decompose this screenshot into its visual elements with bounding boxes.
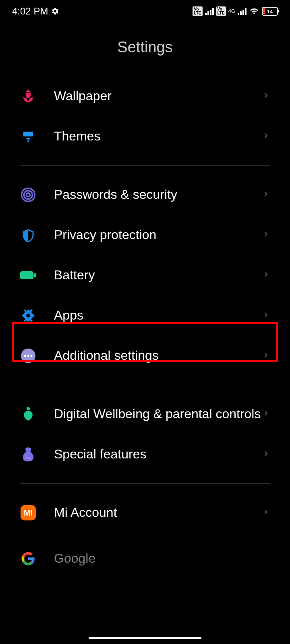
item-label: Google	[54, 550, 270, 567]
svg-point-6	[24, 355, 26, 357]
battery-icon: 14	[262, 7, 278, 16]
settings-item-apps[interactable]: Apps	[0, 295, 290, 336]
wifi-icon	[249, 7, 259, 16]
settings-item-wallpaper[interactable]: Wallpaper	[0, 76, 290, 116]
settings-item-special-features[interactable]: Special features	[0, 434, 290, 475]
chevron-right-icon	[262, 190, 270, 200]
network-type-label: 4G	[228, 8, 235, 14]
settings-item-battery[interactable]: Battery	[0, 255, 290, 295]
settings-item-passwords-security[interactable]: Passwords & security	[0, 175, 290, 215]
item-label: Digital Wellbeing & parental controls	[54, 406, 262, 423]
chevron-right-icon	[262, 450, 270, 459]
chevron-right-icon	[262, 508, 270, 518]
item-label: Additional settings	[54, 347, 262, 364]
chevron-right-icon	[262, 270, 270, 280]
wellbeing-icon	[20, 406, 36, 422]
settings-item-privacy-protection[interactable]: Privacy protection	[0, 215, 290, 255]
signal-icon-1	[205, 7, 214, 15]
google-icon	[20, 551, 36, 567]
divider	[20, 385, 270, 385]
svg-point-9	[27, 407, 30, 410]
more-icon	[20, 348, 36, 364]
item-label: Special features	[54, 446, 262, 463]
svg-point-1	[24, 191, 33, 199]
svg-point-8	[31, 355, 33, 357]
flask-icon	[20, 446, 36, 462]
divider	[20, 483, 270, 484]
chevron-right-icon	[262, 91, 270, 101]
chevron-right-icon	[262, 230, 270, 240]
mi-logo-icon: MI	[20, 505, 36, 521]
brush-icon	[20, 128, 36, 144]
svg-point-12	[29, 458, 30, 459]
item-label: Battery	[54, 267, 262, 284]
status-right: VoLTE VoLTE 4G 14	[193, 6, 278, 16]
battery-level: 14	[267, 8, 273, 14]
item-label: Mi Account	[54, 504, 262, 521]
settings-item-google[interactable]: Google	[0, 533, 290, 573]
home-indicator[interactable]	[89, 637, 201, 639]
svg-point-11	[27, 457, 28, 458]
status-time: 4:02 PM	[12, 6, 48, 17]
page-title: Settings	[0, 23, 290, 76]
svg-rect-4	[34, 273, 36, 277]
signal-group-2: 4G	[228, 8, 235, 14]
tulip-icon	[20, 88, 36, 104]
item-label: Privacy protection	[54, 227, 262, 244]
volte-icon: VoLTE	[193, 6, 202, 16]
status-bar: 4:02 PM VoLTE VoLTE 4G 14	[0, 0, 290, 23]
volte-icon-2: VoLTE	[216, 6, 226, 16]
svg-rect-3	[20, 271, 33, 279]
divider	[20, 165, 270, 166]
battery-full-icon	[20, 267, 36, 283]
settings-item-mi-account[interactable]: MI Mi Account	[0, 493, 290, 533]
chevron-right-icon	[262, 311, 270, 320]
cog-icon	[20, 308, 36, 324]
chevron-right-icon	[262, 132, 270, 141]
svg-point-7	[27, 355, 29, 357]
chevron-right-icon	[262, 409, 270, 419]
svg-point-0	[27, 193, 30, 197]
item-label: Apps	[54, 307, 262, 324]
item-label: Themes	[54, 128, 262, 145]
svg-point-5	[26, 314, 30, 318]
shield-icon	[20, 227, 36, 243]
signal-icon-2	[238, 7, 246, 15]
item-label: Wallpaper	[54, 88, 262, 105]
fingerprint-icon	[20, 187, 36, 203]
settings-list: Wallpaper Themes Passwords & security Pr…	[0, 76, 290, 573]
settings-sync-icon	[51, 7, 59, 15]
chevron-right-icon	[262, 351, 270, 361]
settings-item-themes[interactable]: Themes	[0, 116, 290, 157]
status-left: 4:02 PM	[12, 6, 59, 17]
settings-item-additional-settings[interactable]: Additional settings	[0, 336, 290, 376]
item-label: Passwords & security	[54, 186, 262, 203]
settings-item-digital-wellbeing[interactable]: Digital Wellbeing & parental controls	[0, 394, 290, 434]
